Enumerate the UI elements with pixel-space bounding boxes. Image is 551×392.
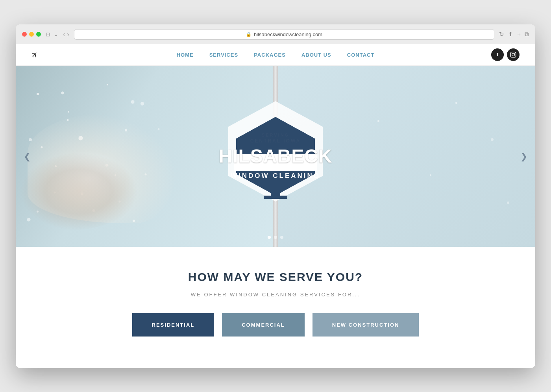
slider-dot-2[interactable] <box>274 236 277 239</box>
browser-actions: ↻ ⬆ + ⧉ <box>499 31 529 38</box>
services-subheading: WE OFFER WINDOW CLEANING SERVICES FOR... <box>31 292 520 298</box>
svg-point-2 <box>514 53 515 54</box>
svg-point-1 <box>512 53 515 56</box>
nav-item-packages[interactable]: PACKAGES <box>254 51 286 58</box>
instagram-icon[interactable] <box>507 48 520 61</box>
url-text: hilsabeckwindowcleaning.com <box>254 31 322 37</box>
navigation-bar: ✈ HOME SERVICES PACKAGES ABOUT US CONTAC… <box>16 44 535 66</box>
tab-overview-icon[interactable]: ⧉ <box>525 31 529 38</box>
company-name: HILSABECK <box>219 147 333 166</box>
new-construction-button[interactable]: NEW CONSTRUCTION <box>312 313 419 337</box>
slider-dot-1[interactable] <box>268 236 271 239</box>
website-content: ✈ HOME SERVICES PACKAGES ABOUT US CONTAC… <box>16 44 535 368</box>
nav-item-about[interactable]: ABOUT US <box>301 51 331 58</box>
chevron-down-icon[interactable]: ⌄ <box>54 31 58 37</box>
browser-chrome: ⊡ ⌄ ‹ › 🔒 hilsabeckwindowcleaning.com ↻ … <box>16 24 535 44</box>
close-button[interactable] <box>22 32 27 37</box>
serving-label: SERVING <box>219 133 333 137</box>
social-icons: f <box>491 48 520 61</box>
browser-window: ⊡ ⌄ ‹ › 🔒 hilsabeckwindowcleaning.com ↻ … <box>16 24 535 368</box>
hero-slider: SERVING CENTRAL IOWA HILSABECK WINDOW CL… <box>16 66 535 247</box>
residential-button[interactable]: RESIDENTIAL <box>132 313 214 337</box>
lock-icon: 🔒 <box>246 32 251 37</box>
slider-dot-3[interactable] <box>280 236 283 239</box>
maximize-button[interactable] <box>36 32 41 37</box>
hero-logo-container: SERVING CENTRAL IOWA HILSABECK WINDOW CL… <box>213 93 338 219</box>
hero-logo-content: SERVING CENTRAL IOWA HILSABECK WINDOW CL… <box>211 125 340 188</box>
nav-item-services[interactable]: SERVICES <box>209 51 239 58</box>
divider <box>244 168 307 170</box>
address-bar[interactable]: 🔒 hilsabeckwindowcleaning.com <box>74 29 494 40</box>
logo-icon: ✈ <box>29 49 41 60</box>
service-name: WINDOW CLEANING <box>219 172 333 180</box>
chevron-left-icon: ❮ <box>24 152 31 161</box>
nav-link-contact[interactable]: CONTACT <box>347 52 375 58</box>
share-icon[interactable]: ⬆ <box>508 31 513 38</box>
slider-dots <box>268 236 283 239</box>
facebook-icon[interactable]: f <box>491 48 504 61</box>
nav-link-services[interactable]: SERVICES <box>209 52 239 58</box>
minimize-button[interactable] <box>29 32 34 37</box>
services-heading: HOW MAY WE SERVE YOU? <box>31 270 520 284</box>
nav-link-about[interactable]: ABOUT US <box>301 52 331 58</box>
location-label: CENTRAL IOWA <box>219 138 333 144</box>
nav-link-home[interactable]: HOME <box>177 52 194 58</box>
nav-link-packages[interactable]: PACKAGES <box>254 52 286 58</box>
commercial-button[interactable]: COMMERCIAL <box>222 313 305 337</box>
slider-next-button[interactable]: ❯ <box>516 147 531 166</box>
nav-item-home[interactable]: HOME <box>177 51 194 58</box>
nav-links: HOME SERVICES PACKAGES ABOUT US CONTACT <box>177 51 375 58</box>
nav-logo: ✈ <box>31 50 38 60</box>
new-tab-icon[interactable]: + <box>517 31 521 38</box>
svg-rect-0 <box>510 52 516 57</box>
browser-nav-buttons: ‹ › <box>63 30 69 39</box>
chevron-right-icon: ❯ <box>520 152 527 161</box>
back-button[interactable]: ‹ <box>63 30 65 39</box>
window-controls: ⊡ ⌄ <box>46 31 58 37</box>
services-section: HOW MAY WE SERVE YOU? WE OFFER WINDOW CL… <box>16 247 535 368</box>
forward-button[interactable]: › <box>67 30 69 39</box>
nav-item-contact[interactable]: CONTACT <box>347 51 375 58</box>
hexagon-logo: SERVING CENTRAL IOWA HILSABECK WINDOW CL… <box>213 93 338 219</box>
traffic-lights <box>22 32 41 37</box>
reload-icon[interactable]: ↻ <box>499 31 504 38</box>
service-buttons: RESIDENTIAL COMMERCIAL NEW CONSTRUCTION <box>31 313 520 337</box>
slider-prev-button[interactable]: ❮ <box>20 147 35 166</box>
svg-rect-7 <box>264 196 287 199</box>
sidebar-toggle-icon[interactable]: ⊡ <box>46 31 50 37</box>
